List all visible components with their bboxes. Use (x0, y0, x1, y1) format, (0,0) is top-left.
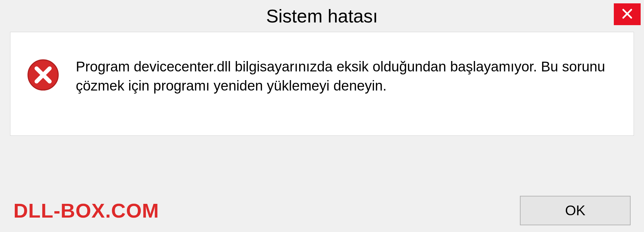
footer-bar: DLL-BOX.COM OK (0, 196, 644, 225)
ok-button[interactable]: OK (520, 196, 631, 225)
close-icon (621, 8, 633, 21)
error-message: Program devicecenter.dll bilgisayarınızd… (76, 57, 617, 95)
title-bar: Sistem hatası (0, 0, 644, 32)
content-panel: Program devicecenter.dll bilgisayarınızd… (10, 32, 634, 136)
dialog-title: Sistem hatası (266, 5, 378, 27)
close-button[interactable] (614, 3, 641, 25)
error-icon (27, 59, 59, 92)
error-dialog: Sistem hatası Program devicecenter.dll b… (0, 0, 644, 232)
watermark-text: DLL-BOX.COM (13, 199, 159, 222)
